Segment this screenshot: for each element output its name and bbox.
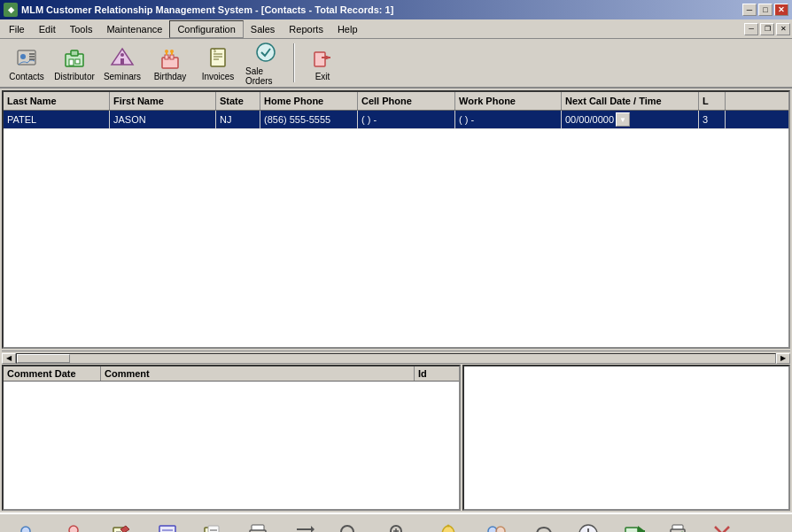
lower-col-header-date[interactable]: Comment Date bbox=[4, 366, 101, 381]
svg-rect-41 bbox=[208, 526, 219, 533]
toolbar-invoices-button[interactable]: $ Invoices bbox=[195, 41, 241, 85]
hscroll-thumb[interactable] bbox=[17, 354, 70, 363]
reminder-icon bbox=[437, 522, 460, 533]
birthday-icon bbox=[158, 45, 182, 70]
toolbar-exit-label: Exit bbox=[315, 72, 330, 81]
svg-point-53 bbox=[341, 526, 353, 533]
export-button[interactable]: Export bbox=[612, 516, 655, 532]
cell-l: 3 bbox=[699, 111, 726, 128]
col-header-cellphone[interactable]: Cell Phone bbox=[358, 92, 455, 110]
svg-rect-13 bbox=[165, 55, 168, 59]
svg-rect-14 bbox=[170, 55, 174, 59]
toolbar: Contacts Distributor Seminars bbox=[0, 39, 792, 89]
title-maximize-button[interactable]: □ bbox=[758, 4, 773, 16]
menu-reports[interactable]: Reports bbox=[282, 20, 330, 38]
title-close-button[interactable]: ✕ bbox=[774, 4, 788, 16]
cell-state: NJ bbox=[216, 111, 260, 128]
dups-check-button[interactable]: Dups Check bbox=[471, 516, 520, 532]
print-cont-icon bbox=[666, 522, 689, 533]
col-header-state[interactable]: State bbox=[216, 92, 260, 110]
toolbar-exit-button[interactable]: Exit bbox=[299, 41, 346, 85]
distributor-icon bbox=[62, 45, 87, 70]
search-button[interactable]: Search bbox=[328, 516, 370, 532]
menu-tools[interactable]: Tools bbox=[63, 20, 100, 38]
toolbar-invoices-label: Invoices bbox=[202, 72, 235, 81]
col-header-workphone[interactable]: Work Phone bbox=[455, 92, 562, 110]
add-comm-button[interactable]: Add Comm bbox=[99, 516, 144, 532]
seminars-icon bbox=[110, 45, 135, 70]
dups-check-icon bbox=[485, 522, 508, 533]
menu-file[interactable]: File bbox=[2, 20, 32, 38]
svg-point-30 bbox=[69, 526, 78, 533]
col-header-l[interactable]: L bbox=[699, 92, 726, 110]
reminder-button[interactable]: Reminder bbox=[427, 516, 470, 532]
saleorders-icon bbox=[253, 40, 278, 65]
toolbar-distributor-label: Distributor bbox=[54, 72, 95, 81]
svg-rect-10 bbox=[120, 58, 124, 65]
col-header-nextcall[interactable]: Next Call Date / Time bbox=[562, 92, 699, 110]
horizontal-scrollbar[interactable]: ◀ ▶ bbox=[2, 351, 790, 365]
hscroll-right-button[interactable]: ▶ bbox=[776, 353, 790, 364]
toolbar-seminars-label: Seminars bbox=[104, 72, 141, 81]
toolbar-separator bbox=[293, 43, 295, 82]
lower-grid-header: Comment Date Comment Id bbox=[4, 366, 459, 382]
inner-minimize-button[interactable]: ─ bbox=[744, 23, 758, 35]
main-content: Last Name First Name State Home Phone Ce… bbox=[0, 89, 792, 513]
col-header-homephone[interactable]: Home Phone bbox=[260, 92, 358, 110]
upper-grid[interactable]: Last Name First Name State Home Phone Ce… bbox=[2, 90, 790, 349]
table-row[interactable]: PATEL JASON NJ (856) 555-5555 ( ) - ( ) … bbox=[4, 111, 788, 129]
title-bar: ◆ MLM Customer Relationship Management S… bbox=[0, 0, 792, 19]
title-minimize-button[interactable]: ─ bbox=[742, 4, 757, 16]
inner-close-button[interactable]: ✕ bbox=[776, 23, 790, 35]
search-icon bbox=[338, 522, 361, 533]
toolbar-contacts-button[interactable]: Contacts bbox=[4, 41, 50, 85]
app-icon: ◆ bbox=[4, 3, 18, 17]
menu-edit[interactable]: Edit bbox=[32, 20, 63, 38]
svg-rect-36 bbox=[159, 526, 175, 533]
svg-rect-7 bbox=[69, 59, 74, 66]
detail-search-button[interactable]: Detail Search bbox=[372, 516, 425, 532]
lower-col-header-comment[interactable]: Comment bbox=[101, 366, 415, 381]
cell-nextcall: 00/00/0000 ▼ bbox=[562, 111, 699, 128]
toolbar-saleorders-button[interactable]: Sale Orders bbox=[243, 41, 289, 85]
title-bar-controls: ─ □ ✕ bbox=[742, 4, 788, 16]
toolbar-contacts-label: Contacts bbox=[9, 72, 43, 81]
col-header-lastname[interactable]: Last Name bbox=[4, 92, 110, 110]
undo-del-button[interactable]: Undo Del bbox=[522, 516, 564, 532]
detail-info-button[interactable]: Detail Info bbox=[146, 516, 189, 532]
detail-info-icon bbox=[156, 522, 179, 533]
delete-button[interactable]: Delete bbox=[55, 516, 97, 532]
add-contact-button[interactable]: Add Contact bbox=[4, 516, 53, 532]
svg-point-1 bbox=[20, 54, 26, 59]
menu-maintenance[interactable]: Maintenance bbox=[99, 20, 169, 38]
toolbar-birthday-button[interactable]: Birthday bbox=[147, 41, 193, 85]
svg-point-24 bbox=[257, 43, 275, 61]
invoices-icon: $ bbox=[206, 45, 230, 70]
col-header-firstname[interactable]: First Name bbox=[110, 92, 216, 110]
menu-sales[interactable]: Sales bbox=[244, 20, 283, 38]
close-button[interactable]: Close bbox=[701, 516, 743, 532]
toolbar-distributor-button[interactable]: Distributor bbox=[51, 41, 97, 85]
menu-bar: File Edit Tools Maintenance Configuratio… bbox=[0, 19, 792, 39]
toolbar-seminars-button[interactable]: Seminars bbox=[99, 41, 145, 85]
grid-header: Last Name First Name State Home Phone Ce… bbox=[4, 92, 788, 111]
svg-rect-6 bbox=[71, 50, 78, 56]
print-cont-button[interactable]: Print Cont bbox=[656, 516, 699, 532]
lower-col-header-id[interactable]: Id bbox=[415, 366, 459, 381]
lower-grid-body bbox=[4, 382, 459, 509]
menu-configuration[interactable]: Configuration bbox=[169, 20, 243, 38]
menu-help[interactable]: Help bbox=[330, 20, 365, 38]
contacts-icon bbox=[14, 45, 39, 70]
all-comm-button[interactable]: All Comm bbox=[190, 516, 233, 532]
date-dropdown-button[interactable]: ▼ bbox=[616, 112, 630, 127]
add-comm-icon bbox=[110, 522, 133, 533]
hscroll-track[interactable] bbox=[16, 353, 776, 364]
print-comm-button[interactable]: Print Comm bbox=[235, 516, 283, 532]
hscroll-left-button[interactable]: ◀ bbox=[2, 353, 16, 364]
lower-section: Comment Date Comment Id bbox=[2, 365, 790, 511]
local-time-button[interactable]: Local Time bbox=[566, 516, 610, 532]
inner-restore-button[interactable]: ❐ bbox=[760, 23, 774, 35]
sort-button[interactable]: Sort bbox=[283, 516, 326, 532]
cell-cellphone: ( ) - bbox=[358, 111, 455, 128]
svg-point-16 bbox=[165, 50, 168, 53]
